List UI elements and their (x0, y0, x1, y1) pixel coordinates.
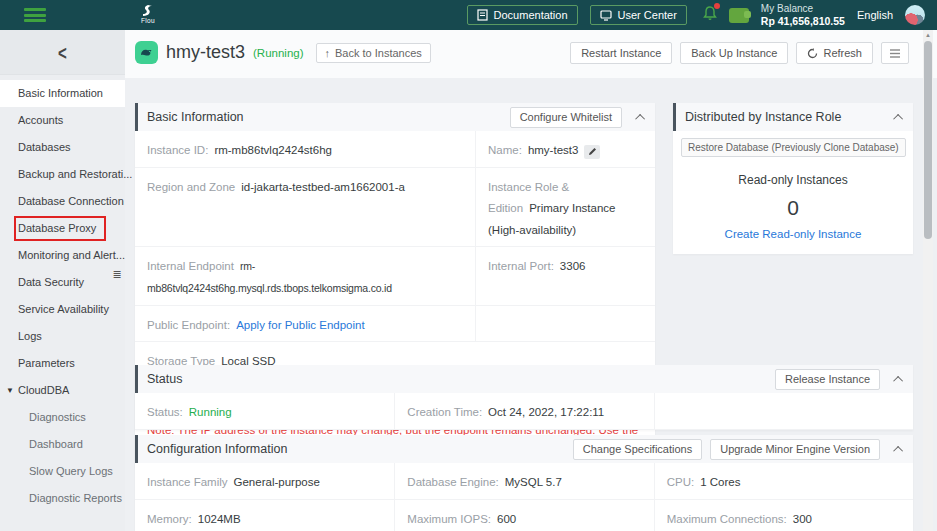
instance-role-collapse-icon[interactable] (893, 113, 903, 123)
sidebar-menu: Basic Information Accounts Databases Bac… (0, 75, 125, 512)
app-window: Flou Documentation User Center (0, 0, 937, 531)
sidebar-item-databases[interactable]: Databases (0, 134, 125, 161)
maximum-iops-label: Maximum IOPS: (407, 513, 491, 525)
instance-id-label: Instance ID: (147, 144, 208, 156)
sidebar-item-diagnostics[interactable]: Diagnostics (0, 404, 125, 431)
maximum-connections-label: Maximum Connections: (667, 513, 787, 525)
list-view-button[interactable] (881, 42, 909, 64)
sidebar-resize-handle-icon[interactable]: ≣ (111, 266, 123, 282)
top-navigation-bar: Flou Documentation User Center (0, 0, 937, 30)
user-center-label: User Center (618, 9, 677, 21)
sidebar-collapse-header: < (0, 30, 125, 75)
flou-logo[interactable]: Flou (141, 5, 155, 25)
creation-time-label: Creation Time: (407, 406, 482, 418)
documentation-label: Documentation (494, 9, 568, 21)
internal-port-value: 3306 (560, 260, 586, 272)
upgrade-minor-engine-button[interactable]: Upgrade Minor Engine Version (710, 439, 880, 460)
config-row-2: Memory:1024MB Maximum IOPS:600 Maximum C… (135, 500, 913, 531)
instance-family-value: General-purpose (234, 476, 320, 488)
release-instance-button[interactable]: Release Instance (775, 369, 880, 390)
user-avatar[interactable] (905, 5, 925, 25)
balance-value: Rp 41,656,810.55 (761, 15, 845, 28)
status-value: Running (189, 406, 232, 418)
sidebar-item-database-proxy[interactable]: Database Proxy (0, 215, 125, 242)
configure-whitelist-button[interactable]: Configure Whitelist (510, 107, 622, 128)
configuration-collapse-icon[interactable] (893, 445, 903, 455)
maximum-iops-value: 600 (497, 513, 516, 525)
topbar-right-group: Documentation User Center My Balance R (467, 3, 937, 28)
internal-endpoint-label: Internal Endpoint (147, 260, 234, 272)
notification-bell-icon[interactable] (703, 6, 717, 25)
internal-port-label: Internal Port: (488, 260, 554, 272)
documentation-button[interactable]: Documentation (467, 5, 578, 25)
back-to-instances-button[interactable]: ↑ Back to Instances (316, 43, 431, 63)
row-instance-id-name: Instance ID:rm-mb86tvlq2424st6hg Name:hm… (135, 131, 655, 168)
sidebar-item-database-connection[interactable]: Database Connection (0, 188, 125, 215)
sidebar-item-basic-information[interactable]: Basic Information (0, 80, 125, 107)
sidebar-item-slow-query-logs[interactable]: Slow Query Logs (0, 458, 125, 485)
status-collapse-icon[interactable] (893, 375, 903, 385)
status-panel: Status Release Instance Status:Running C… (135, 365, 913, 430)
name-value: hmy-test3 (528, 144, 579, 156)
sidebar: < Basic Information Accounts Databases B… (0, 30, 125, 531)
clouddba-caret-icon: ▼ (6, 377, 14, 404)
change-specifications-button[interactable]: Change Specifications (573, 439, 702, 460)
balance-display: My Balance Rp 41,656,810.55 (761, 3, 845, 28)
sidebar-item-parameters[interactable]: Parameters (0, 350, 125, 377)
status-row: Status:Running Creation Time:Oct 24, 202… (135, 393, 913, 430)
sidebar-item-data-security[interactable]: Data Security (0, 269, 125, 296)
instance-role-header: Distributed by Instance Role (673, 103, 913, 131)
scrollbar-up-arrow-icon[interactable]: ▲ (923, 30, 933, 40)
status-title: Status (147, 372, 182, 386)
sidebar-item-accounts[interactable]: Accounts (0, 107, 125, 134)
apply-public-endpoint-link[interactable]: Apply for Public Endpoint (236, 319, 365, 331)
main-content: hmy-test3 (Running) ↑ Back to Instances … (125, 30, 937, 531)
instance-id-value: rm-mb86tvlq2424st6hg (214, 144, 332, 156)
documentation-icon (477, 9, 488, 21)
sidebar-item-diagnostic-reports[interactable]: Diagnostic Reports (0, 485, 125, 512)
create-readonly-instance-link[interactable]: Create Read-only Instance (673, 228, 913, 240)
row-region-role: Region and Zoneid-jakarta-testbed-am1662… (135, 168, 655, 248)
row-public-endpoint: Public Endpoint:Apply for Public Endpoin… (135, 306, 655, 343)
hamburger-menu-icon[interactable] (24, 8, 46, 22)
list-view-icon (889, 48, 901, 59)
instance-family-label: Instance Family (147, 476, 228, 488)
sidebar-item-logs[interactable]: Logs (0, 323, 125, 350)
region-zone-label: Region and Zone (147, 181, 235, 193)
database-engine-label: Database Engine: (407, 476, 498, 488)
sidebar-item-clouddba[interactable]: ▼ CloudDBA (0, 377, 125, 404)
basic-information-header: Basic Information Configure Whitelist (135, 103, 655, 131)
restore-database-button[interactable]: Restore Database (Previously Clone Datab… (681, 138, 906, 157)
maximum-connections-value: 300 (793, 513, 812, 525)
back-up-instance-button[interactable]: Back Up Instance (680, 42, 788, 64)
readonly-instances-label: Read-only Instances (673, 173, 913, 187)
scrollbar-thumb[interactable] (924, 41, 932, 239)
basic-information-collapse-icon[interactable] (635, 113, 645, 123)
header-action-buttons: Restart Instance Back Up Instance Refres… (570, 42, 909, 64)
sidebar-item-service-availability[interactable]: Service Availability (0, 296, 125, 323)
mysql-engine-icon (135, 41, 158, 64)
user-center-icon (600, 10, 612, 21)
balance-label: My Balance (761, 3, 845, 15)
configuration-panel: Configuration Information Change Specifi… (135, 435, 913, 531)
readonly-instances-count: 0 (673, 196, 913, 220)
user-center-button[interactable]: User Center (590, 5, 687, 25)
vertical-scrollbar[interactable]: ▲ (923, 30, 933, 531)
restore-row: Restore Database (Previously Clone Datab… (673, 131, 913, 159)
language-selector[interactable]: English (857, 9, 893, 21)
memory-value: 1024MB (198, 513, 241, 525)
sidebar-item-dashboard[interactable]: Dashboard (0, 431, 125, 458)
flou-logo-text: Flou (141, 18, 155, 25)
sidebar-item-monitoring-and-alerts[interactable]: Monitoring and Alert... (0, 242, 125, 269)
basic-information-title: Basic Information (147, 110, 244, 124)
sidebar-item-backup-and-restoration[interactable]: Backup and Restorati... (0, 161, 125, 188)
restart-instance-button[interactable]: Restart Instance (570, 42, 672, 64)
refresh-button[interactable]: Refresh (796, 42, 873, 64)
cpu-value: 1 Cores (700, 476, 740, 488)
refresh-icon (807, 48, 818, 59)
wallet-icon[interactable] (729, 8, 749, 23)
sidebar-collapse-icon[interactable]: < (58, 41, 67, 63)
edit-name-icon[interactable] (584, 145, 600, 159)
configuration-header: Configuration Information Change Specifi… (135, 435, 913, 463)
readonly-instances-section: Read-only Instances 0 Create Read-only I… (673, 159, 913, 254)
